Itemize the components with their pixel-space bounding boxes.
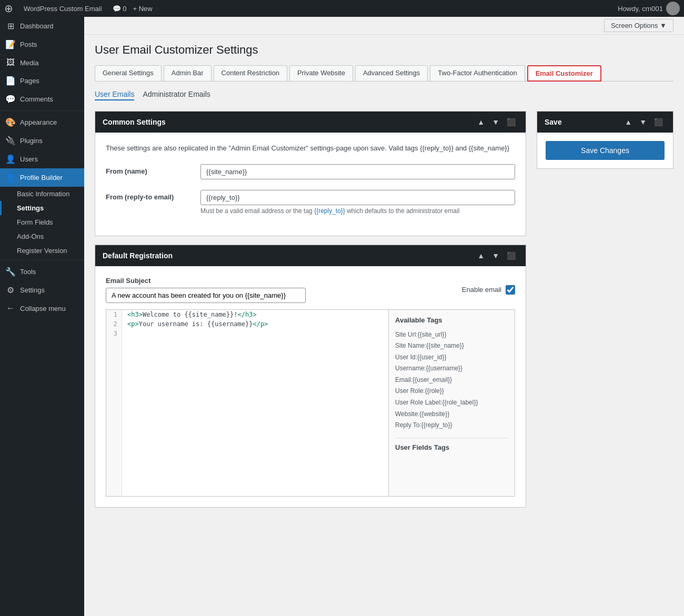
line-content-2: <p>Your username is: {{username}}</p> [122,319,273,329]
sidebar: ⊞ Dashboard 📝 Posts 🖼 Media 📄 Pages 💬 Co… [0,17,84,616]
tab-advanced-settings[interactable]: Advanced Settings [355,65,428,81]
main-inner: User Email Customizer Settings General S… [84,35,684,524]
screen-options-bar: Screen Options ▼ [84,17,684,35]
from-email-input[interactable] [200,190,515,205]
tag-site-url: Site Url:{{site_url}} [395,329,508,341]
from-name-row: From (name) [106,164,515,179]
save-box-minimize[interactable]: ⬛ [651,117,666,127]
sidebar-item-form-fields[interactable]: Form Fields [0,215,84,229]
comments-icon: 💬 [5,94,16,104]
sidebar-item-register-version[interactable]: Register Version [0,244,84,258]
sidebar-item-media[interactable]: 🖼 Media [0,54,84,72]
tab-email-customizer[interactable]: Email Customizer [527,65,601,82]
sidebar-label-profile-builder: Profile Builder [20,174,63,181]
default-registration-box: Default Registration ▲ ▼ ⬛ [95,245,526,508]
line-num-1: 1 [106,310,122,319]
enable-email-row: Enable email [462,285,515,295]
new-button[interactable]: + New [133,5,152,13]
email-subject-input[interactable] [106,288,306,303]
code-editor[interactable]: 1 <h3>Welcome to {{site_name}}!</h3> 2 <… [106,310,388,496]
save-changes-button[interactable]: Save Changes [546,141,665,160]
sidebar-label-posts: Posts [20,41,37,48]
from-name-input[interactable] [200,164,515,179]
sidebar-item-posts[interactable]: 📝 Posts [0,35,84,54]
tag-username: Username:{{username}} [395,363,508,375]
common-settings-header: Common Settings ▲ ▼ ⬛ [95,112,526,133]
dashboard-icon: ⊞ [5,21,16,31]
common-settings-description: These settings are also replicated in th… [106,143,515,154]
line-content-1: <h3>Welcome to {{site_name}}!</h3> [122,310,262,319]
sidebar-label-users: Users [20,155,38,163]
sidebar-item-dashboard[interactable]: ⊞ Dashboard [0,17,84,35]
sidebar-item-appearance[interactable]: 🎨 Appearance [0,113,84,132]
sidebar-item-pages[interactable]: 📄 Pages [0,72,84,90]
content-main: Common Settings ▲ ▼ ⬛ These settings are… [95,111,526,516]
save-sidebar: Save ▲ ▼ ⬛ Save Changes [537,111,673,516]
settings-icon: ⚙ [5,285,16,295]
tags-panel: Available Tags Site Url:{{site_url}} Sit… [388,310,515,496]
common-settings-collapse-down[interactable]: ▼ [489,117,502,127]
admin-bar: ⊕ WordPress Custom Email 💬 0 + New Howdy… [0,0,684,17]
default-registration-header: Default Registration ▲ ▼ ⬛ [95,245,526,266]
reply-to-link[interactable]: {{reply_to}} [314,207,345,215]
common-settings-title: Common Settings [103,118,166,126]
line-num-empty [106,338,122,496]
default-registration-body: Email Subject Enable email [95,266,526,507]
common-settings-minimize[interactable]: ⬛ [504,117,518,127]
sidebar-item-basic-info[interactable]: Basic Information [0,187,84,201]
sidebar-item-plugins[interactable]: 🔌 Plugins [0,132,84,150]
sidebar-item-users[interactable]: 👤 Users [0,150,84,168]
tab-general-settings[interactable]: General Settings [95,65,162,81]
sidebar-item-tools[interactable]: 🔧 Tools [0,262,84,281]
default-reg-collapse-down[interactable]: ▼ [489,250,502,261]
tab-two-factor[interactable]: Two-Factor Authentication [430,65,525,81]
sub-tab-user-emails[interactable]: User Emails [95,90,134,100]
howdy-label: Howdy, crn001 [618,5,663,13]
code-area: 1 <h3>Welcome to {{site_name}}!</h3> 2 <… [106,309,515,497]
sidebar-item-settings[interactable]: Settings [0,201,84,215]
tab-admin-bar[interactable]: Admin Bar [164,65,212,81]
sidebar-label-dashboard: Dashboard [20,22,54,30]
common-settings-controls: ▲ ▼ ⬛ [475,117,518,127]
default-reg-minimize[interactable]: ⬛ [504,250,518,261]
save-box-collapse-down[interactable]: ▼ [637,117,649,127]
save-box-collapse-up[interactable]: ▲ [622,117,635,127]
sidebar-label-appearance: Appearance [20,118,57,126]
default-reg-collapse-up[interactable]: ▲ [475,250,487,261]
from-email-label: From (reply-to email) [106,190,200,201]
tab-content-restriction[interactable]: Content Restriction [214,65,288,81]
sidebar-item-settings-main[interactable]: ⚙ Settings [0,281,84,299]
sub-tab-admin-emails[interactable]: Administrator Emails [143,90,210,100]
save-box-title: Save [545,118,562,126]
tab-private-website[interactable]: Private Website [289,65,353,81]
comments-link[interactable]: 💬 0 [113,5,127,13]
sidebar-item-profile-builder[interactable]: 👤 Profile Builder [0,168,84,187]
sidebar-label-comments: Comments [20,95,53,103]
tag-website: Website:{{website}} [395,409,508,420]
settings-tabs: General Settings Admin Bar Content Restr… [95,65,673,82]
sidebar-submenu: Basic Information Settings Form Fields A… [0,187,84,258]
sidebar-divider-1 [0,110,84,111]
line-content-3 [122,329,136,338]
user-fields-tags-title: User Fields Tags [395,438,508,451]
common-settings-body: These settings are also replicated in th… [95,133,526,236]
media-icon: 🖼 [5,58,16,67]
sidebar-item-add-ons[interactable]: Add-Ons [0,229,84,244]
pages-icon: 📄 [5,76,16,86]
sidebar-label-media: Media [20,59,38,67]
site-name[interactable]: WordPress Custom Email [19,5,106,13]
enable-email-checkbox[interactable] [506,285,515,295]
sidebar-item-collapse[interactable]: ← Collapse menu [0,299,84,317]
save-box-body: Save Changes [537,133,673,168]
sidebar-item-comments[interactable]: 💬 Comments [0,90,84,108]
email-subject-group: Email Subject [106,277,306,303]
from-email-field: Must be a valid email address or the tag… [200,190,515,215]
screen-options-button[interactable]: Screen Options ▼ [604,19,673,32]
from-name-field [200,164,515,179]
line-num-2: 2 [106,319,122,329]
tag-site-name: Site Name:{{site_name}} [395,340,508,352]
common-settings-collapse-up[interactable]: ▲ [475,117,487,127]
code-line-1: 1 <h3>Welcome to {{site_name}}!</h3> [106,310,388,319]
users-icon: 👤 [5,154,16,164]
line-num-3: 3 [106,329,122,338]
